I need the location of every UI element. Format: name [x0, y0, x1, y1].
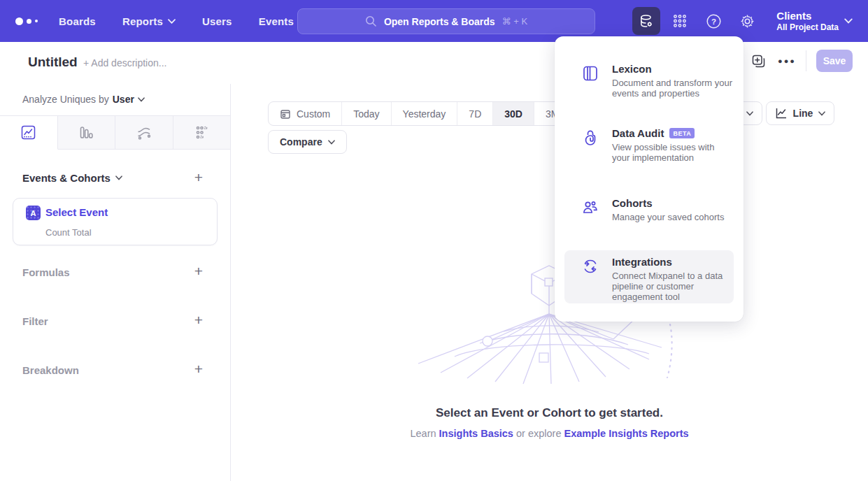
empty-state-title: Select an Event or Cohort to get started…	[231, 406, 868, 420]
analyze-selector: Analyze Uniques by User	[22, 94, 145, 105]
project-selector[interactable]: Clients All Project Data	[776, 10, 839, 33]
search-icon	[365, 15, 377, 27]
search-input[interactable]: Open Reports & Boards ⌘ + K	[297, 8, 595, 34]
svg-text:?: ?	[711, 17, 716, 25]
chevron-down-icon	[746, 111, 753, 116]
copy-plus-icon	[751, 54, 766, 69]
line-chart-icon	[20, 124, 36, 141]
save-button[interactable]: Save	[816, 50, 853, 72]
events-cohorts-header[interactable]: Events & Cohorts	[22, 172, 122, 184]
bar-chart-icon	[78, 124, 94, 141]
analyze-value-dropdown[interactable]: User	[113, 94, 145, 105]
dots-grid-icon	[194, 124, 210, 141]
menu-item-data-audit[interactable]: Data Audit BETA View possible issues wit…	[564, 122, 734, 186]
org-name: Clients	[776, 10, 839, 22]
data-management-menu: Lexicon Document and transform your even…	[555, 36, 744, 322]
help-button[interactable]: ?	[699, 7, 727, 35]
duplicate-report-button[interactable]	[748, 51, 768, 71]
mixpanel-app: Boards Reports Users Events Open Reports…	[0, 0, 868, 481]
gear-icon	[739, 13, 755, 29]
top-nav: Boards Reports Users Events Open Reports…	[0, 0, 868, 42]
count-type-selector[interactable]: Count Total	[45, 227, 92, 238]
add-description-field[interactable]: + Add description...	[83, 57, 166, 69]
example-insights-reports-link[interactable]: Example Insights Reports	[564, 428, 688, 439]
add-event-button[interactable]: +	[192, 171, 205, 184]
tab-stacked-chart[interactable]	[115, 116, 173, 149]
line-chart-icon	[775, 107, 788, 120]
insights-basics-link[interactable]: Insights Basics	[439, 428, 513, 439]
cohorts-people-icon	[581, 197, 599, 240]
stacked-flow-icon	[136, 124, 152, 141]
event-card[interactable]: A Select Event Count Total	[13, 198, 218, 245]
report-canvas: Custom Today Yesterday 7D 30D 3M 6M Comp…	[231, 84, 868, 481]
add-breakdown-button[interactable]: +	[192, 363, 205, 375]
select-event-button[interactable]: Select Event	[45, 206, 108, 218]
menu-item-integrations[interactable]: Integrations Connect Mixpanel to a data …	[564, 250, 734, 303]
menu-item-cohorts[interactable]: Cohorts Manage your saved cohorts	[564, 192, 734, 240]
beta-badge: BETA	[669, 128, 695, 138]
chart-type-tabs	[0, 115, 230, 150]
chevron-down-icon	[168, 19, 176, 24]
formulas-label: Formulas	[22, 266, 70, 278]
breakdown-label: Breakdown	[22, 364, 79, 376]
menu-item-lexicon[interactable]: Lexicon Document and transform your even…	[564, 57, 734, 120]
chevron-down-icon	[115, 175, 122, 180]
date-range-30d[interactable]: 30D	[493, 102, 534, 125]
add-formula-button[interactable]: +	[192, 265, 205, 278]
nav-reports[interactable]: Reports	[122, 15, 176, 27]
date-range-yesterday[interactable]: Yesterday	[392, 102, 458, 125]
tab-line-chart[interactable]	[0, 116, 58, 150]
database-gear-icon	[639, 13, 655, 29]
date-range-custom[interactable]: Custom	[269, 102, 342, 125]
analyze-label: Analyze Uniques by	[22, 94, 109, 105]
nav-users[interactable]: Users	[202, 15, 232, 27]
filter-label: Filter	[22, 315, 48, 327]
nav-boards[interactable]: Boards	[59, 15, 96, 27]
compare-button[interactable]: Compare	[268, 130, 347, 154]
divider	[806, 50, 806, 71]
nav-events[interactable]: Events	[259, 15, 294, 27]
mixpanel-logo[interactable]	[15, 17, 48, 25]
help-icon: ?	[706, 13, 722, 29]
chevron-down-icon	[844, 18, 853, 24]
chevron-down-icon	[328, 140, 335, 145]
add-filter-button[interactable]: +	[192, 314, 205, 326]
grid-dots-icon	[672, 13, 688, 29]
more-options-button[interactable]: ●●●	[778, 57, 796, 65]
report-title[interactable]: Untitled	[28, 55, 78, 70]
data-audit-icon	[581, 127, 599, 186]
project-name: All Project Data	[776, 22, 839, 33]
lexicon-book-icon	[581, 63, 599, 120]
settings-button[interactable]	[733, 7, 761, 35]
query-sidebar: Analyze Uniques by User	[0, 84, 231, 481]
search-placeholder: Open Reports & Boards	[384, 16, 495, 27]
apps-grid-button[interactable]	[666, 7, 694, 35]
data-management-button[interactable]	[632, 7, 660, 35]
integrations-sync-icon	[581, 256, 599, 303]
calendar-icon	[280, 108, 291, 120]
tab-metric-chart[interactable]	[173, 116, 231, 149]
date-range-7d[interactable]: 7D	[457, 102, 493, 125]
tab-bar-chart[interactable]	[58, 116, 116, 149]
empty-state-subtitle: Learn Insights Basics or explore Example…	[231, 428, 868, 439]
chart-style-dropdown[interactable]: Line	[766, 101, 834, 125]
chevron-down-icon	[818, 111, 825, 116]
event-letter-badge: A	[26, 206, 41, 220]
chevron-down-icon	[138, 97, 145, 102]
date-range-today[interactable]: Today	[342, 102, 391, 125]
search-shortcut: ⌘ + K	[502, 16, 528, 27]
